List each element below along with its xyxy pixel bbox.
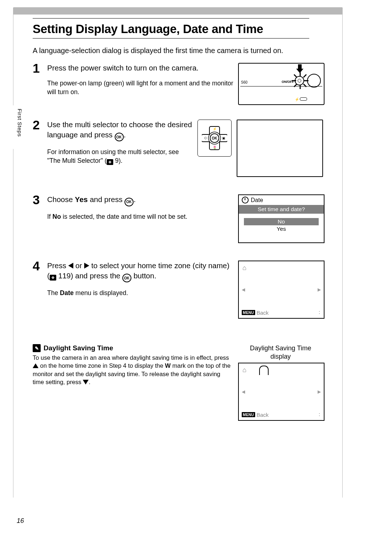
step-4: 4 Press or to select your home time zone… (33, 261, 323, 319)
step-2-sub: For information on using the multi selec… (47, 148, 193, 165)
menu-badge: MENU (242, 412, 255, 417)
step-1-sub: The power-on lamp (green) will light for… (47, 79, 234, 96)
dst-body: To use the camera in an area where dayli… (33, 354, 232, 386)
ok-button-icon: OK (122, 274, 131, 282)
step-2-head-b: . (124, 130, 126, 139)
back-label: Back (257, 412, 269, 418)
pencil-icon: ✎ (33, 344, 41, 352)
dst-screen-illustration: MENU Back ∶ (238, 363, 324, 421)
step-1-heading: Press the power switch to turn on the ca… (47, 63, 234, 73)
arrow-right-icon (318, 388, 321, 395)
svg-text:⚡: ⚡ (213, 127, 217, 131)
triangle-right-icon (84, 263, 89, 269)
ok-button-icon: OK (124, 198, 134, 206)
camera-model-label: S60 (241, 80, 248, 84)
rule-under-title (33, 38, 309, 39)
date-dialog-option-yes: Yes (239, 225, 324, 233)
dst-mark-icon (259, 366, 269, 375)
arrow-left-icon (242, 388, 245, 395)
page-number: 16 (17, 517, 24, 525)
step-2-number: 2 (33, 118, 47, 131)
home-icon (242, 366, 246, 374)
clock-icon (242, 197, 249, 203)
step-2: 2 Use the multi selector to choose the d… (33, 120, 323, 177)
date-dialog-illustration: Date Set time and date? No Yes (238, 194, 324, 243)
arrow-down-icon (296, 64, 303, 73)
dst-title: ✎ Daylight Saving Time (33, 344, 232, 352)
ok-button-icon: OK (115, 133, 124, 141)
triangle-up-icon (33, 363, 38, 368)
arrow-left-icon (242, 286, 245, 293)
svg-text:▣: ▣ (222, 136, 225, 140)
step-4-number: 4 (33, 259, 47, 272)
date-dialog-option-no: No (244, 218, 319, 225)
language-screen-illustration (237, 120, 323, 177)
step-4-sub: The Date menu is displayed. (47, 289, 234, 298)
svg-text:🌷: 🌷 (213, 145, 217, 150)
step-3-number: 3 (33, 193, 47, 206)
home-icon (242, 264, 246, 272)
indicator-oval-icon (300, 97, 307, 101)
svg-line-6 (303, 74, 306, 77)
ok-center-icon: OK (210, 133, 219, 143)
intro-text: A language-selection dialog is displayed… (33, 47, 323, 55)
step-3: 3 Choose Yes and press OK. If No is sele… (33, 194, 323, 243)
section-label: First Steps (17, 109, 23, 137)
content-area: Setting Display Language, Date and Time … (33, 15, 323, 421)
dots-icon: ∶ (319, 309, 321, 316)
menu-badge: MENU (242, 310, 255, 315)
page-title: Setting Display Language, Date and Time (33, 22, 323, 36)
multi-selector-illustration: ⚡ 🌷 ⏲ ▣ OK (197, 120, 232, 157)
timezone-screen-illustration: MENU Back ∶ (238, 261, 324, 319)
step-2-heading: Use the multi selector to choose the des… (47, 120, 193, 141)
dst-note: ✎ Daylight Saving Time To use the camera… (33, 344, 323, 421)
dots-icon: ∶ (319, 411, 321, 418)
reference-icon: ❖ (107, 159, 113, 165)
date-dialog-title: Date (251, 197, 263, 203)
step-3-heading: Choose Yes and press OK. (47, 194, 234, 206)
flash-bolt-icon: ⚡ (295, 97, 299, 101)
back-label: Back (257, 310, 269, 316)
power-burst-icon (291, 72, 309, 90)
svg-text:⏲: ⏲ (204, 136, 207, 140)
arrow-right-icon (318, 286, 321, 293)
step-1-number: 1 (33, 62, 47, 74)
dst-caption: Daylight Saving Timedisplay (238, 344, 323, 360)
camera-top-illustration: S60 ON/OFF ⚡ (238, 63, 324, 105)
step-3-sub: If No is selected, the date and time wil… (47, 213, 234, 221)
reference-icon: ❖ (50, 275, 56, 281)
svg-marker-8 (296, 64, 303, 73)
step-1: 1 Press the power switch to turn on the … (33, 63, 323, 106)
step-4-heading: Press or to select your home time zone (… (47, 261, 234, 282)
svg-line-4 (294, 74, 297, 77)
triangle-left-icon (68, 263, 73, 269)
date-dialog-question: Set time and date? (239, 205, 324, 214)
triangle-down-icon (83, 380, 89, 384)
rule-top (33, 18, 309, 19)
